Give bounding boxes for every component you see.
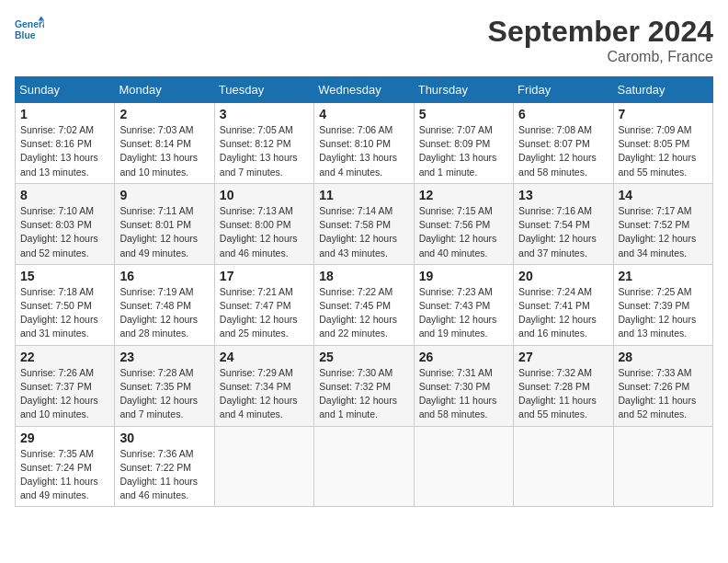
calendar-cell: 17Sunrise: 7:21 AMSunset: 7:47 PMDayligh… (214, 264, 313, 345)
day-number: 25 (319, 350, 408, 364)
calendar-table: SundayMondayTuesdayWednesdayThursdayFrid… (15, 76, 713, 507)
calendar-cell: 18Sunrise: 7:22 AMSunset: 7:45 PMDayligh… (314, 264, 414, 345)
calendar-cell: 28Sunrise: 7:33 AMSunset: 7:26 PMDayligh… (613, 345, 712, 426)
calendar-cell: 10Sunrise: 7:13 AMSunset: 8:00 PMDayligh… (214, 183, 313, 264)
calendar-cell: 3Sunrise: 7:05 AMSunset: 8:12 PMDaylight… (214, 103, 313, 184)
calendar-cell: 19Sunrise: 7:23 AMSunset: 7:43 PMDayligh… (414, 264, 513, 345)
calendar-cell: 14Sunrise: 7:17 AMSunset: 7:52 PMDayligh… (613, 183, 712, 264)
calendar-cell: 25Sunrise: 7:30 AMSunset: 7:32 PMDayligh… (314, 345, 414, 426)
day-number: 10 (220, 188, 309, 202)
day-number: 1 (20, 107, 109, 121)
calendar-cell: 26Sunrise: 7:31 AMSunset: 7:30 PMDayligh… (414, 345, 513, 426)
calendar-cell: 30Sunrise: 7:36 AMSunset: 7:22 PMDayligh… (115, 426, 214, 507)
day-number: 8 (20, 188, 109, 202)
day-number: 16 (119, 269, 209, 283)
day-info: Sunrise: 7:35 AMSunset: 7:24 PMDaylight:… (20, 447, 109, 503)
day-info: Sunrise: 7:03 AMSunset: 8:14 PMDaylight:… (119, 123, 209, 179)
page-header: General Blue September 2024 Caromb, Fran… (15, 15, 713, 65)
day-number: 7 (619, 107, 708, 121)
week-row-5: 29Sunrise: 7:35 AMSunset: 7:24 PMDayligh… (16, 426, 713, 507)
title-block: September 2024 Caromb, France (488, 15, 713, 65)
location-subtitle: Caromb, France (488, 49, 713, 65)
day-info: Sunrise: 7:24 AMSunset: 7:41 PMDaylight:… (518, 285, 608, 341)
calendar-cell: 21Sunrise: 7:25 AMSunset: 7:39 PMDayligh… (613, 264, 712, 345)
calendar-cell (613, 426, 712, 507)
day-info: Sunrise: 7:32 AMSunset: 7:28 PMDaylight:… (518, 366, 608, 422)
calendar-cell: 2Sunrise: 7:03 AMSunset: 8:14 PMDaylight… (115, 103, 214, 184)
calendar-cell: 12Sunrise: 7:15 AMSunset: 7:56 PMDayligh… (414, 183, 513, 264)
calendar-cell: 9Sunrise: 7:11 AMSunset: 8:01 PMDaylight… (115, 183, 214, 264)
day-info: Sunrise: 7:18 AMSunset: 7:50 PMDaylight:… (20, 285, 109, 341)
day-number: 15 (20, 269, 109, 283)
day-number: 4 (319, 107, 408, 121)
calendar-cell (314, 426, 414, 507)
calendar-cell (514, 426, 613, 507)
day-info: Sunrise: 7:15 AMSunset: 7:56 PMDaylight:… (419, 204, 508, 260)
calendar-cell: 7Sunrise: 7:09 AMSunset: 8:05 PMDaylight… (613, 103, 712, 184)
day-info: Sunrise: 7:36 AMSunset: 7:22 PMDaylight:… (119, 447, 209, 503)
calendar-cell: 6Sunrise: 7:08 AMSunset: 8:07 PMDaylight… (514, 103, 613, 184)
column-header-thursday: Thursday (414, 77, 513, 103)
calendar-cell: 24Sunrise: 7:29 AMSunset: 7:34 PMDayligh… (214, 345, 313, 426)
column-header-monday: Monday (115, 77, 214, 103)
day-number: 12 (419, 188, 508, 202)
day-number: 26 (419, 350, 508, 364)
day-info: Sunrise: 7:02 AMSunset: 8:16 PMDaylight:… (20, 123, 109, 179)
day-info: Sunrise: 7:25 AMSunset: 7:39 PMDaylight:… (619, 285, 708, 341)
day-info: Sunrise: 7:06 AMSunset: 8:10 PMDaylight:… (319, 123, 408, 179)
week-row-1: 1Sunrise: 7:02 AMSunset: 8:16 PMDaylight… (16, 103, 713, 184)
day-number: 19 (419, 269, 508, 283)
calendar-cell: 22Sunrise: 7:26 AMSunset: 7:37 PMDayligh… (16, 345, 115, 426)
day-info: Sunrise: 7:30 AMSunset: 7:32 PMDaylight:… (319, 366, 408, 422)
column-header-sunday: Sunday (16, 77, 115, 103)
column-header-tuesday: Tuesday (214, 77, 313, 103)
week-row-4: 22Sunrise: 7:26 AMSunset: 7:37 PMDayligh… (16, 345, 713, 426)
day-number: 18 (319, 269, 408, 283)
day-number: 28 (619, 350, 708, 364)
day-info: Sunrise: 7:09 AMSunset: 8:05 PMDaylight:… (619, 123, 708, 179)
calendar-cell: 29Sunrise: 7:35 AMSunset: 7:24 PMDayligh… (16, 426, 115, 507)
svg-text:Blue: Blue (15, 30, 36, 40)
day-number: 29 (20, 431, 109, 445)
day-info: Sunrise: 7:28 AMSunset: 7:35 PMDaylight:… (119, 366, 209, 422)
logo-icon: General Blue (15, 15, 44, 44)
day-number: 11 (319, 188, 408, 202)
calendar-header-row: SundayMondayTuesdayWednesdayThursdayFrid… (16, 77, 713, 103)
calendar-cell: 8Sunrise: 7:10 AMSunset: 8:03 PMDaylight… (16, 183, 115, 264)
day-info: Sunrise: 7:10 AMSunset: 8:03 PMDaylight:… (20, 204, 109, 260)
day-number: 13 (518, 188, 608, 202)
day-number: 21 (619, 269, 708, 283)
day-number: 3 (220, 107, 309, 121)
day-info: Sunrise: 7:14 AMSunset: 7:58 PMDaylight:… (319, 204, 408, 260)
day-number: 2 (119, 107, 209, 121)
calendar-cell: 5Sunrise: 7:07 AMSunset: 8:09 PMDaylight… (414, 103, 513, 184)
day-info: Sunrise: 7:11 AMSunset: 8:01 PMDaylight:… (119, 204, 209, 260)
day-number: 22 (20, 350, 109, 364)
day-number: 30 (119, 431, 209, 445)
day-info: Sunrise: 7:16 AMSunset: 7:54 PMDaylight:… (518, 204, 608, 260)
calendar-cell: 11Sunrise: 7:14 AMSunset: 7:58 PMDayligh… (314, 183, 414, 264)
day-info: Sunrise: 7:05 AMSunset: 8:12 PMDaylight:… (220, 123, 309, 179)
day-info: Sunrise: 7:23 AMSunset: 7:43 PMDaylight:… (419, 285, 508, 341)
svg-text:General: General (15, 19, 44, 29)
day-info: Sunrise: 7:22 AMSunset: 7:45 PMDaylight:… (319, 285, 408, 341)
day-number: 9 (119, 188, 209, 202)
calendar-cell (214, 426, 313, 507)
calendar-cell: 20Sunrise: 7:24 AMSunset: 7:41 PMDayligh… (514, 264, 613, 345)
calendar-cell: 4Sunrise: 7:06 AMSunset: 8:10 PMDaylight… (314, 103, 414, 184)
logo: General Blue (15, 15, 44, 44)
week-row-3: 15Sunrise: 7:18 AMSunset: 7:50 PMDayligh… (16, 264, 713, 345)
day-number: 20 (518, 269, 608, 283)
calendar-cell: 16Sunrise: 7:19 AMSunset: 7:48 PMDayligh… (115, 264, 214, 345)
day-info: Sunrise: 7:08 AMSunset: 8:07 PMDaylight:… (518, 123, 608, 179)
week-row-2: 8Sunrise: 7:10 AMSunset: 8:03 PMDaylight… (16, 183, 713, 264)
day-info: Sunrise: 7:19 AMSunset: 7:48 PMDaylight:… (119, 285, 209, 341)
calendar-cell: 15Sunrise: 7:18 AMSunset: 7:50 PMDayligh… (16, 264, 115, 345)
column-header-wednesday: Wednesday (314, 77, 414, 103)
day-number: 6 (518, 107, 608, 121)
day-info: Sunrise: 7:33 AMSunset: 7:26 PMDaylight:… (619, 366, 708, 422)
day-number: 23 (119, 350, 209, 364)
day-number: 17 (220, 269, 309, 283)
column-header-friday: Friday (514, 77, 613, 103)
day-info: Sunrise: 7:29 AMSunset: 7:34 PMDaylight:… (220, 366, 309, 422)
